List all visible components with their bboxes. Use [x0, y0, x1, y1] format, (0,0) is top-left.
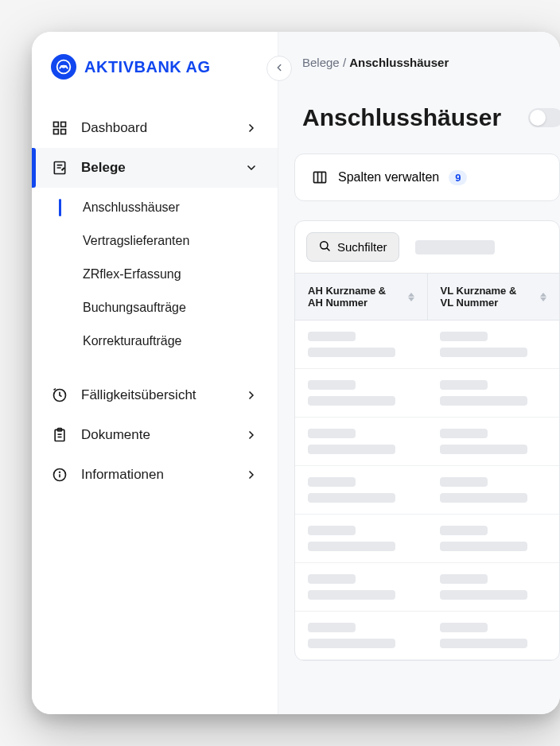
- sidebar-subitem-buchungsauftr-ge[interactable]: Buchungsaufträge: [32, 291, 278, 324]
- chevron-right-icon: [244, 121, 259, 135]
- table-cell: [295, 418, 427, 465]
- skeleton-line: [440, 477, 488, 487]
- brand-name: AKTIVBANK AG: [84, 58, 211, 76]
- svg-rect-2: [61, 122, 66, 127]
- main-content: Belege / Anschlusshäuser Anschlusshäuser…: [278, 32, 560, 714]
- skeleton-line: [308, 477, 356, 487]
- table-row[interactable]: [295, 563, 559, 612]
- sidebar-subitem-zrflex-erfassung[interactable]: ZRflex-Erfassung: [32, 258, 278, 291]
- brand-logo: AKTIVBANK AG: [32, 54, 278, 108]
- skeleton-line: [440, 348, 527, 357]
- skeleton-line: [308, 445, 395, 454]
- skeleton-line: [308, 348, 395, 357]
- table-row[interactable]: [295, 466, 559, 515]
- sort-icon: [408, 293, 414, 301]
- table-row[interactable]: [295, 369, 559, 418]
- skeleton-line: [440, 623, 488, 632]
- table-row[interactable]: [295, 515, 559, 563]
- table-row[interactable]: [295, 321, 559, 369]
- table-cell: [427, 369, 559, 417]
- chevron-right-icon: [244, 468, 259, 482]
- table-cell: [295, 466, 427, 514]
- chevron-left-icon: [274, 62, 285, 76]
- page-title: Anschlusshäuser: [302, 104, 501, 131]
- toolbar-placeholder: [415, 240, 495, 254]
- skeleton-line: [308, 332, 356, 341]
- columns-manager-label: Spalten verwalten: [338, 170, 439, 185]
- svg-point-16: [60, 472, 60, 472]
- svg-rect-3: [54, 130, 59, 134]
- skeleton-line: [308, 526, 356, 535]
- column-label: AH Kurzname &AH Nummer: [308, 285, 386, 309]
- table-toolbar: Suchfilter: [295, 221, 559, 273]
- brand-mark-icon: [51, 54, 76, 80]
- skeleton-line: [308, 493, 395, 503]
- sort-icon: [540, 293, 546, 301]
- search-filter-button[interactable]: Suchfilter: [306, 232, 399, 262]
- view-toggle[interactable]: [528, 108, 560, 127]
- table-cell: [295, 369, 427, 417]
- table-cell: [295, 515, 427, 562]
- table-cell: [427, 321, 559, 368]
- skeleton-line: [308, 429, 356, 438]
- skeleton-line: [440, 590, 527, 600]
- svg-line-21: [327, 248, 329, 251]
- sidebar-subitem-vertragslieferanten[interactable]: Vertragslieferanten: [32, 224, 278, 258]
- columns-icon: [311, 169, 329, 186]
- chevron-right-icon: [244, 428, 259, 442]
- sidebar-subitem-anschlussh-user[interactable]: Anschlusshäuser: [32, 191, 278, 224]
- grid-icon: [51, 119, 68, 137]
- skeleton-line: [308, 542, 395, 551]
- primary-nav: DashboardBelegeAnschlusshäuserVertragsli…: [32, 108, 278, 495]
- table-header: AH Kurzname &AH NummerVL Kurzname &VL Nu…: [295, 273, 559, 321]
- table-cell: [427, 563, 559, 611]
- breadcrumb-current: Anschlusshäuser: [349, 56, 449, 69]
- sidebar-item-dokumente[interactable]: Dokumente: [32, 415, 278, 455]
- clock-icon: [51, 387, 68, 404]
- sidebar-item-label: Belege: [81, 160, 231, 176]
- sidebar-item-informationen[interactable]: Informationen: [32, 455, 278, 495]
- chevron-down-icon: [244, 161, 259, 175]
- table-cell: [295, 563, 427, 611]
- breadcrumb: Belege / Anschlusshäuser: [278, 32, 560, 69]
- svg-rect-17: [314, 172, 326, 182]
- table-cell: [295, 612, 427, 659]
- columns-manager-card[interactable]: Spalten verwalten 9: [294, 153, 560, 201]
- sidebar-item-dashboard[interactable]: Dashboard: [32, 108, 278, 148]
- table-row[interactable]: [295, 612, 559, 660]
- table-cell: [427, 515, 559, 562]
- skeleton-line: [440, 542, 527, 551]
- breadcrumb-parent[interactable]: Belege: [302, 56, 340, 69]
- column-label: VL Kurzname &VL Nummer: [441, 285, 517, 309]
- table-cell: [427, 466, 559, 514]
- sidebar-item-label: Informationen: [81, 467, 231, 483]
- svg-line-9: [54, 389, 56, 390]
- svg-rect-1: [54, 122, 59, 127]
- search-filter-label: Suchfilter: [337, 240, 387, 254]
- sidebar-item-label: Dashboard: [81, 120, 231, 136]
- sidebar-subitem-korrekturauftr-ge[interactable]: Korrekturaufträge: [32, 324, 278, 358]
- skeleton-line: [308, 380, 356, 390]
- sidebar-item-label: Dokumente: [81, 427, 231, 443]
- app-window: AKTIVBANK AG DashboardBelegeAnschlusshäu…: [32, 32, 560, 714]
- skeleton-line: [308, 590, 395, 600]
- table-cell: [295, 321, 427, 368]
- svg-rect-4: [61, 130, 66, 134]
- table-cell: [427, 418, 559, 465]
- skeleton-line: [440, 574, 488, 584]
- table-header-cell[interactable]: VL Kurzname &VL Nummer: [427, 274, 560, 320]
- skeleton-line: [308, 639, 395, 648]
- sidebar-item-belege[interactable]: Belege: [32, 148, 278, 188]
- columns-count-badge: 9: [449, 170, 467, 185]
- table-cell: [427, 612, 559, 659]
- data-table: Suchfilter AH Kurzname &AH NummerVL Kurz…: [294, 220, 560, 661]
- sidebar-item-f-lligkeits-bersicht[interactable]: Fälligkeitsübersicht: [32, 375, 278, 415]
- skeleton-line: [440, 639, 527, 648]
- skeleton-line: [440, 526, 488, 535]
- sidebar-collapse-button[interactable]: [266, 56, 292, 81]
- skeleton-line: [440, 332, 488, 341]
- search-icon: [318, 239, 331, 254]
- table-row[interactable]: [295, 418, 559, 466]
- note-icon: [51, 159, 68, 177]
- table-header-cell[interactable]: AH Kurzname &AH Nummer: [295, 274, 427, 320]
